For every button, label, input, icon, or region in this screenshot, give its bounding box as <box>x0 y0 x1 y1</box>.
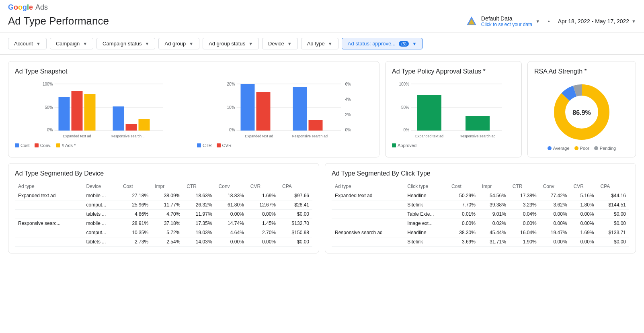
legend-ads: # Ads * <box>56 143 76 148</box>
svg-rect-38 <box>417 95 441 131</box>
campaign-arrow: ▼ <box>83 41 87 46</box>
table-row: Table Exte... 0.01% 9.01% 0.04% 0.00% 0.… <box>332 210 629 219</box>
google-ads-icon <box>465 15 478 28</box>
legend-poor: Poor <box>574 146 589 151</box>
svg-text:0%: 0% <box>345 128 351 132</box>
svg-text:Expanded text ad: Expanded text ad <box>63 134 91 138</box>
col-conv: Conv <box>215 182 247 191</box>
table-row: Responsive search ad Headline 38.30% 45.… <box>332 228 629 237</box>
data-source-arrow[interactable]: ▼ <box>535 19 540 24</box>
legend-pending: Pending <box>594 146 616 151</box>
click-table: Ad type Click type Cost Impr CTR Conv CV… <box>332 182 629 247</box>
svg-rect-26 <box>241 84 255 131</box>
snapshot-card: Ad Type Snapshot 100% 50% 0% <box>8 61 379 157</box>
svg-text:86.9%: 86.9% <box>572 109 591 116</box>
ad-group-status-arrow: ▼ <box>248 41 253 46</box>
data-source-name: Default Data <box>481 15 532 22</box>
data-source-sub[interactable]: Click to select your data <box>481 22 532 27</box>
col-impr: Impr <box>152 182 183 191</box>
legend-conv: Conv. <box>35 143 51 148</box>
campaign-status-arrow: ▼ <box>145 41 150 46</box>
filter-ad-type[interactable]: Ad type ▼ <box>301 38 338 49</box>
filter-ad-group-status[interactable]: Ad group status ▼ <box>203 38 259 49</box>
svg-text:Responsive search ad: Responsive search ad <box>459 134 495 138</box>
col-conv: Conv <box>540 182 570 191</box>
filters-bar: Account ▼ Campaign ▼ Campaign status ▼ A… <box>0 33 644 55</box>
separator-dot: • <box>548 18 550 25</box>
table-row: tablets ... 2.73% 2.54% 14.03% 0.00% 0.0… <box>15 237 312 247</box>
table-row: Expanded text ad Headline 50.29% 54.56% … <box>332 191 629 200</box>
legend-average: Average <box>548 146 570 151</box>
col-ad-type: Ad type <box>15 182 83 191</box>
col-cpa: CPA <box>279 182 312 191</box>
table-row: Sitelink 3.69% 31.71% 1.90% 0.00% 0.00% … <box>332 237 629 247</box>
col-cost: Cost <box>448 182 479 191</box>
table-row: comput... 10.35% 5.72% 19.03% 4.64% 2.70… <box>15 228 312 237</box>
date-range-picker[interactable]: Apr 18, 2022 - May 17, 2022 ▼ <box>558 18 636 25</box>
click-table-title: Ad Type Segmented By Click Type <box>332 170 629 177</box>
svg-text:0%: 0% <box>47 128 53 132</box>
filter-account[interactable]: Account ▼ <box>8 38 47 49</box>
svg-text:2%: 2% <box>345 112 351 117</box>
device-table-title: Ad Type Segmented By Device <box>15 170 312 177</box>
policy-card: Ad Type Policy Approval Status * 100% 50… <box>385 61 522 157</box>
col-device: Device <box>83 182 120 191</box>
legend-approved: Approved <box>392 143 416 148</box>
svg-rect-27 <box>256 92 271 131</box>
rsa-donut-chart: 86.9% <box>550 80 614 144</box>
click-table-card: Ad Type Segmented By Click Type Ad type … <box>325 163 636 253</box>
legend-cost: Cost <box>15 143 30 148</box>
ad-status-badge: (5) <box>399 41 409 47</box>
policy-chart: 100% 50% 0% Expanded text ad Responsive … <box>392 80 515 140</box>
col-cvr: CVR <box>247 182 279 191</box>
policy-title: Ad Type Policy Approval Status * <box>392 68 515 75</box>
table-row: Image ext... 0.00% 0.02% 0.00% 0.00% 0.0… <box>332 219 629 228</box>
ad-group-arrow: ▼ <box>189 41 193 46</box>
svg-text:4%: 4% <box>345 97 351 102</box>
svg-text:0%: 0% <box>404 128 410 132</box>
table-row: Expanded text ad mobile ... 27.18% 38.09… <box>15 191 312 200</box>
svg-rect-13 <box>139 119 150 131</box>
col-click-type: Click type <box>404 182 448 191</box>
date-range-label: Apr 18, 2022 - May 17, 2022 <box>558 18 629 25</box>
svg-rect-29 <box>309 120 323 131</box>
col-ctr: CTR <box>509 182 540 191</box>
svg-rect-10 <box>84 94 96 131</box>
page-title: Ad Type Performance <box>8 15 109 27</box>
svg-text:100%: 100% <box>399 82 409 86</box>
svg-text:Responsive search ad: Responsive search ad <box>292 134 328 138</box>
date-range-arrow[interactable]: ▼ <box>632 19 636 24</box>
data-source-selector[interactable]: Default Data Click to select your data ▼ <box>465 15 540 28</box>
table-row: comput... 25.96% 11.77% 26.32% 61.80% 12… <box>15 200 312 210</box>
svg-text:Responsive search...: Responsive search... <box>111 134 144 138</box>
col-cpa: CPA <box>597 182 630 191</box>
svg-text:0%: 0% <box>229 128 235 132</box>
account-arrow: ▼ <box>36 41 41 46</box>
svg-text:10%: 10% <box>227 105 235 110</box>
device-arrow: ▼ <box>287 41 292 46</box>
svg-rect-28 <box>293 87 307 131</box>
svg-rect-8 <box>59 97 70 131</box>
svg-text:Expanded text ad: Expanded text ad <box>245 134 273 138</box>
rsa-card: RSA Ad Strength * 86.9% Average <box>527 61 636 157</box>
table-row: tablets ... 4.86% 4.70% 11.97% 0.00% 0.0… <box>15 210 312 219</box>
ad-type-arrow: ▼ <box>328 41 332 46</box>
svg-text:6%: 6% <box>345 82 351 86</box>
col-cost: Cost <box>120 182 152 191</box>
rsa-title: RSA Ad Strength * <box>534 68 629 75</box>
svg-rect-9 <box>72 91 83 131</box>
data-source-info: Default Data Click to select your data <box>481 15 532 27</box>
filter-device[interactable]: Device ▼ <box>262 38 298 49</box>
google-ads-logo: Google Ads <box>8 3 636 12</box>
filter-ad-status[interactable]: Ad status: approve... (5) ▼ <box>342 38 423 49</box>
filter-campaign-status[interactable]: Campaign status ▼ <box>96 38 155 49</box>
device-table: Ad type Device Cost Impr CTR Conv CVR CP… <box>15 182 312 247</box>
snapshot-chart2: 20% 10% 0% 6% 4% 2% 0% <box>197 80 373 140</box>
legend-ctr: CTR <box>197 143 212 148</box>
filter-campaign[interactable]: Campaign ▼ <box>50 38 93 49</box>
filter-ad-group[interactable]: Ad group ▼ <box>158 38 199 49</box>
svg-text:Expanded text ad: Expanded text ad <box>415 134 443 138</box>
svg-rect-39 <box>466 116 490 131</box>
device-table-card: Ad Type Segmented By Device Ad type Devi… <box>8 163 319 253</box>
table-row: Sitelink 7.70% 39.38% 3.23% 3.62% 1.80% … <box>332 200 629 210</box>
